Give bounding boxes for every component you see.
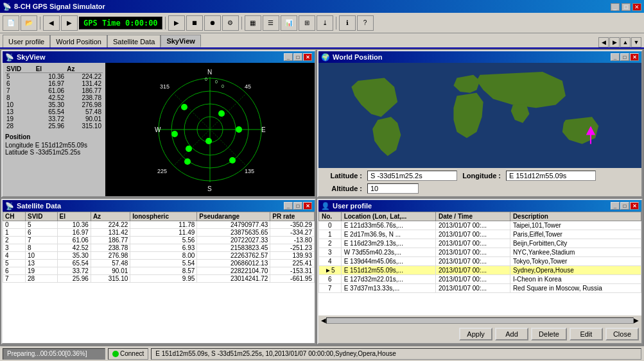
userprofile-icon: 👤 — [321, 202, 330, 210]
satdata-cell: 28 — [26, 275, 58, 283]
profile-cell: E 139d44m45.06s,... — [341, 257, 435, 266]
skyview-close[interactable]: ✕ — [303, 53, 312, 61]
satdata-title-bar: 📡 Satellite Data _ □ ✕ — [3, 200, 315, 212]
satdata-row: 41035.30276.988.0022263762.57139.93 — [3, 252, 315, 260]
svg-text:0: 0 — [215, 80, 218, 84]
tab-scroll-up[interactable]: ▲ — [620, 37, 631, 47]
grid-button[interactable]: ▦ — [245, 15, 261, 31]
svg-point-24 — [171, 131, 178, 137]
profile-table-area: No.Location (Lon, Lat,...Date / TimeDesc… — [318, 212, 641, 315]
userprofile-close[interactable]: ✕ — [630, 202, 639, 210]
skyview-position: Position Longitude E 151d12m55.09s Latit… — [5, 133, 103, 156]
table-button[interactable]: ⊞ — [299, 15, 315, 31]
list-button[interactable]: ☰ — [263, 15, 279, 31]
delete-button[interactable]: Delete — [531, 328, 567, 340]
tab-scroll-down[interactable]: ▼ — [631, 37, 641, 47]
add-button[interactable]: Add — [495, 328, 528, 340]
satdata-maximize[interactable]: □ — [293, 202, 302, 210]
skyview-cell: 19 — [5, 115, 35, 122]
position-info: E 151d12m55.09s, S -33d51m25.25s, 10,201… — [151, 348, 641, 360]
longitude-input[interactable] — [506, 171, 596, 181]
userprofile-maximize[interactable]: □ — [620, 202, 629, 210]
edit-button[interactable]: Edit — [570, 328, 603, 340]
skyview-cell: 8 — [5, 94, 35, 101]
profile-cell: 1 — [319, 230, 342, 239]
satdata-cell: 11.49 — [130, 229, 197, 237]
profile-row[interactable]: 3W 73d55m40.23s,...2013/01/07 00:...NYC,… — [319, 248, 641, 257]
tab-user-profile[interactable]: User profile — [3, 35, 50, 47]
skyview-maximize[interactable]: □ — [293, 53, 302, 61]
satdata-cell: 23014241.72 — [197, 275, 270, 283]
tab-navigation: ◀ ▶ ▲ ▼ — [598, 37, 644, 47]
play-button[interactable]: ▶ — [168, 15, 185, 31]
tab-scroll-left[interactable]: ◀ — [598, 37, 609, 47]
profile-row[interactable]: 6E 127d32m22.01s,...2013/01/07 00:...I-C… — [319, 275, 641, 284]
skyview-icon: 📡 — [5, 53, 14, 62]
skyview-cell: 224.22 — [65, 73, 103, 81]
satdata-cell: 61.06 — [57, 237, 91, 244]
open-button[interactable]: 📂 — [21, 15, 37, 31]
col-el: El — [35, 65, 66, 73]
longitude-value: E 151d12m55.09s — [35, 142, 87, 149]
profile-col-header: Date / Time — [435, 212, 510, 221]
profile-cell: Sydney,Opera,House — [510, 266, 641, 275]
profile-row[interactable]: 7E 37d37m13.33s,...2013/01/07 00:...Red … — [319, 284, 641, 293]
satdata-cell: 225.41 — [270, 260, 315, 267]
record-button[interactable]: ⏺ — [204, 15, 221, 31]
satdata-content: CHSVIDElAzIonosphericPseudarangePR rate … — [3, 212, 315, 343]
chart-button[interactable]: 📊 — [281, 15, 297, 31]
skyview-row: 842.52238.78 — [5, 94, 103, 101]
apply-button[interactable]: Apply — [459, 328, 492, 340]
profile-cell: W 73d55m40.23s,... — [341, 248, 435, 257]
tab-satellite-data[interactable]: Satellite Data — [107, 35, 161, 47]
satdata-row: 1616.97131.4211.4923875635.65-334.27 — [3, 229, 315, 237]
info-button[interactable]: ℹ — [339, 15, 356, 31]
skyview-minimize[interactable]: _ — [284, 53, 293, 61]
satdata-cell: 7 — [26, 237, 58, 244]
tab-skyview[interactable]: SkyView — [161, 35, 200, 47]
tab-world-position[interactable]: World Position — [50, 35, 107, 47]
maximize-button[interactable]: □ — [622, 3, 631, 11]
profile-row[interactable]: 4E 139d44m45.06s,...2013/01/07 00:...Tok… — [319, 257, 641, 266]
stop-button[interactable]: ⏹ — [186, 15, 203, 31]
minimize-button[interactable]: _ — [611, 3, 620, 11]
new-button[interactable]: 📄 — [3, 15, 19, 31]
settings-button[interactable]: ⚙ — [222, 15, 239, 31]
userprofile-minimize[interactable]: _ — [611, 202, 620, 210]
profile-row[interactable]: ►5E 151d12m55.09s,...2013/01/07 00:...Sy… — [319, 266, 641, 275]
worldpos-maximize[interactable]: □ — [620, 53, 629, 61]
altitude-input[interactable] — [367, 183, 419, 194]
toolbar-separator-4 — [336, 17, 336, 29]
forward-button[interactable]: ▶ — [61, 15, 78, 31]
export-button[interactable]: ⤓ — [317, 15, 333, 31]
profile-row[interactable]: 0E 121d33m56.76s,...2013/01/07 00:...Tai… — [319, 221, 641, 230]
profile-hscrollbar[interactable] — [326, 317, 634, 324]
satdata-cell: 33.72 — [57, 267, 91, 275]
worldpos-minimize[interactable]: _ — [611, 53, 620, 61]
skyview-cell: 33.72 — [35, 115, 66, 122]
help-button[interactable]: ? — [357, 15, 374, 31]
profile-row[interactable]: 2E 116d23m29.13s,...2013/01/07 00:...Bei… — [319, 239, 641, 248]
skyview-cell: 315.10 — [65, 122, 103, 130]
close-button[interactable]: ✕ — [632, 3, 641, 11]
tab-scroll-right[interactable]: ▶ — [609, 37, 620, 47]
satdata-cell: -251.23 — [270, 244, 315, 252]
latitude-input[interactable] — [367, 171, 457, 181]
satdata-cell: 13 — [26, 260, 58, 267]
satdata-window: 📡 Satellite Data _ □ ✕ CHSVIDElAzIonosph… — [1, 199, 316, 344]
profile-cell: 2013/01/07 00:... — [435, 248, 510, 257]
gps-time-display: GPS Time 0:00:00 — [79, 17, 162, 29]
tab-user-profile-label: User profile — [8, 38, 44, 46]
skyview-row: 1365.5457.48 — [5, 108, 103, 115]
close-profile-button[interactable]: Close — [605, 328, 639, 340]
profile-row[interactable]: 1E 2d17m36.9s, N ...2013/01/07 00:...Par… — [319, 230, 641, 239]
satdata-minimize[interactable]: _ — [284, 202, 293, 210]
satdata-close[interactable]: ✕ — [303, 202, 312, 210]
skyview-cell: 13 — [5, 108, 35, 115]
latitude-info: Latitude S -33d51m25.25s — [5, 149, 103, 156]
latitude-label: Latitude : — [324, 172, 362, 180]
position-status-text: E 151d12m55.09s, S -33d51m25.25s, 10,201… — [155, 350, 396, 357]
satdata-cell: 186.77 — [91, 237, 130, 244]
back-button[interactable]: ◀ — [43, 15, 60, 31]
worldpos-close[interactable]: ✕ — [630, 53, 639, 61]
